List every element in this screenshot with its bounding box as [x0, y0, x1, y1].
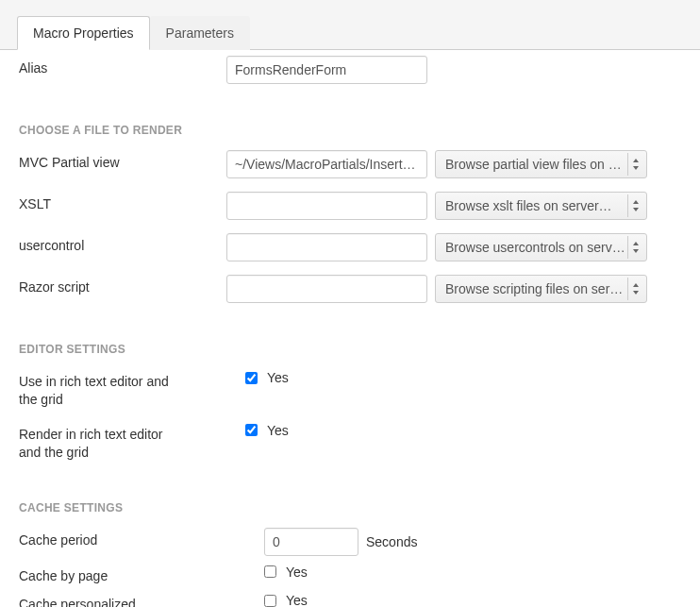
render-in-editor-yes: Yes	[267, 423, 289, 438]
use-in-editor-yes: Yes	[267, 370, 289, 385]
section-editor-settings: EDITOR SETTINGS	[19, 316, 681, 369]
updown-icon	[627, 194, 642, 217]
cache-by-page-checkbox[interactable]	[264, 565, 276, 578]
section-cache-settings: CACHE SETTINGS	[19, 475, 681, 528]
top-bar	[0, 0, 700, 17]
cache-personalized-yes: Yes	[286, 593, 308, 607]
mvc-label: MVC Partial view	[19, 150, 226, 172]
updown-icon	[627, 278, 642, 300]
cache-personalized-checkbox[interactable]	[264, 595, 276, 607]
usercontrol-label: usercontrol	[19, 233, 226, 255]
xslt-label: XSLT	[19, 192, 226, 213]
razor-browse-label: Browse scripting files on server…	[445, 281, 642, 296]
mvc-input[interactable]	[226, 150, 427, 178]
xslt-browse-select[interactable]: Browse xslt files on server…	[435, 192, 647, 220]
updown-icon	[627, 236, 642, 259]
tab-parameters[interactable]: Parameters	[150, 16, 250, 50]
razor-input[interactable]	[226, 275, 427, 303]
usercontrol-browse-select[interactable]: Browse usercontrols on server…	[435, 233, 647, 261]
tab-bar: Macro Properties Parameters	[0, 16, 700, 50]
cache-personalized-label: Cache personalized	[19, 592, 226, 607]
tab-macro-properties[interactable]: Macro Properties	[17, 16, 150, 50]
cache-period-label: Cache period	[19, 528, 226, 549]
use-in-editor-checkbox[interactable]	[245, 372, 258, 384]
alias-label: Alias	[19, 56, 226, 77]
section-choose-file: CHOOSE A FILE TO RENDER	[19, 97, 681, 150]
xslt-browse-label: Browse xslt files on server…	[445, 198, 612, 213]
content-pane: Alias CHOOSE A FILE TO RENDER MVC Partia…	[0, 56, 700, 607]
cache-period-unit: Seconds	[366, 534, 417, 549]
usercontrol-browse-label: Browse usercontrols on server…	[445, 240, 637, 255]
xslt-input[interactable]	[226, 192, 427, 220]
cache-by-page-yes: Yes	[286, 565, 308, 580]
render-in-editor-label: Render in rich text editor and the grid	[19, 422, 170, 462]
updown-icon	[627, 153, 642, 176]
cache-by-page-label: Cache by page	[19, 564, 226, 585]
alias-input[interactable]	[226, 56, 427, 84]
mvc-browse-select[interactable]: Browse partial view files on server…	[435, 150, 647, 178]
razor-browse-select[interactable]: Browse scripting files on server…	[435, 275, 647, 303]
razor-label: Razor script	[19, 275, 226, 296]
use-in-editor-label: Use in rich text editor and the grid	[19, 369, 170, 409]
usercontrol-input[interactable]	[226, 233, 427, 261]
render-in-editor-checkbox[interactable]	[245, 424, 258, 436]
mvc-browse-label: Browse partial view files on server…	[445, 157, 647, 172]
cache-period-input[interactable]	[264, 528, 358, 556]
